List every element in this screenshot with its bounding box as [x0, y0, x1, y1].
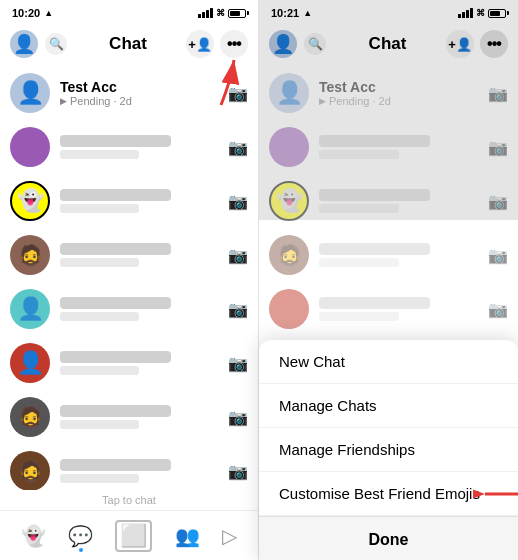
- header-actions-left: +👤 •••: [186, 30, 248, 58]
- chat-sub-blur-2: [60, 204, 139, 213]
- menu-item-manage-friendships[interactable]: Manage Friendships: [259, 428, 518, 472]
- avatar-purple: [10, 127, 50, 167]
- done-label: Done: [369, 531, 409, 549]
- more-button-left[interactable]: •••: [220, 30, 248, 58]
- avatar-darkbrown: 🧔: [10, 451, 50, 490]
- tap-to-chat-left: Tap to chat: [0, 490, 258, 510]
- avatar-dark: 🧔: [10, 397, 50, 437]
- avatar-test-acc: 👤: [10, 73, 50, 113]
- avatar-red: 👤: [10, 343, 50, 383]
- search-btn-left[interactable]: 🔍: [42, 30, 70, 58]
- status-icons-left: ⌘: [198, 8, 246, 18]
- menu-item-manage-chats[interactable]: Manage Chats: [259, 384, 518, 428]
- cam-r4: 📷: [488, 300, 508, 319]
- done-button[interactable]: Done: [259, 516, 518, 560]
- search-icon-left: 🔍: [49, 37, 64, 51]
- pending-text: Pending · 2d: [70, 95, 132, 107]
- friends-icon-left: 👥: [175, 524, 200, 548]
- left-panel: 10:20 ▲ ⌘ 👤 🔍 Chat: [0, 0, 259, 560]
- chat-info-blurred-5: [60, 351, 218, 375]
- customise-emojis-label: Customise Best Friend Emojis: [279, 485, 480, 502]
- nav-discover-left[interactable]: ▷: [214, 520, 245, 552]
- list-item: 🧔 📷: [259, 228, 518, 282]
- menu-overlay[interactable]: [259, 0, 518, 220]
- chat-info-blurred-1: [60, 135, 218, 159]
- chat-sub-blur-7: [60, 474, 139, 483]
- camera-nav-icon-left: ⬜: [115, 520, 152, 552]
- list-item[interactable]: 👤 📷: [0, 336, 258, 390]
- camera-icon-test-acc: 📷: [228, 84, 248, 103]
- chat-info-test-acc: Test Acc ▶ Pending · 2d: [60, 79, 218, 107]
- manage-chats-label: Manage Chats: [279, 397, 377, 414]
- nav-friends-left[interactable]: 👥: [167, 520, 208, 552]
- more-icon-left: •••: [227, 35, 241, 53]
- chat-info-blurred-6: [60, 405, 218, 429]
- menu-item-new-chat[interactable]: New Chat: [259, 340, 518, 384]
- camera-icon-6: 📷: [228, 408, 248, 427]
- wifi-left: ⌘: [216, 8, 225, 18]
- list-item[interactable]: 🧔 📷: [0, 228, 258, 282]
- chat-info-blurred-4: [60, 297, 218, 321]
- status-bar-left: 10:20 ▲ ⌘: [0, 0, 258, 22]
- camera-icon-3: 📷: [228, 246, 248, 265]
- chat-info-r3: [319, 243, 478, 267]
- avatar-left[interactable]: 👤: [10, 30, 38, 58]
- camera-icon-5: 📷: [228, 354, 248, 373]
- chat-item-test-acc[interactable]: 👤 Test Acc ▶ Pending · 2d 📷: [0, 66, 258, 120]
- location-icon-left: ▲: [44, 8, 53, 18]
- clock-icon: ▶: [60, 96, 67, 106]
- avatar-teal: 👤: [10, 289, 50, 329]
- menu-item-customise-emojis[interactable]: Customise Best Friend Emojis: [259, 472, 518, 516]
- list-item[interactable]: 🧔 📷: [0, 390, 258, 444]
- battery-left: [228, 9, 246, 18]
- chat-info-blurred-7: [60, 459, 218, 483]
- dropdown-menu: New Chat Manage Chats Manage Friendships…: [259, 340, 518, 560]
- camera-icon-1: 📷: [228, 138, 248, 157]
- chat-sub-blur-4: [60, 312, 139, 321]
- chat-sub-blur-1: [60, 150, 139, 159]
- chat-sub-test-acc: ▶ Pending · 2d: [60, 95, 218, 107]
- chat-name-blur-3: [60, 243, 171, 255]
- chat-info-blurred-3: [60, 243, 218, 267]
- chat-name-test-acc: Test Acc: [60, 79, 218, 95]
- signal-left: [198, 8, 213, 18]
- search-circle-left: 🔍: [45, 33, 67, 55]
- chat-info-blurred-2: [60, 189, 218, 213]
- cam-r3: 📷: [488, 246, 508, 265]
- list-item[interactable]: 🧔 📷: [0, 444, 258, 490]
- bottom-nav-left: 👻 💬 ⬜ 👥 ▷: [0, 510, 258, 560]
- avatar-r-brown: 🧔: [269, 235, 309, 275]
- list-item[interactable]: 👤 📷: [0, 282, 258, 336]
- nav-camera-left[interactable]: ⬜: [107, 516, 160, 556]
- nav-snap-left[interactable]: 👻: [13, 520, 54, 552]
- new-chat-label: New Chat: [279, 353, 345, 370]
- add-friend-icon-left: +👤: [188, 37, 212, 52]
- chat-name-blur-4: [60, 297, 171, 309]
- page-title-left: Chat: [70, 34, 186, 54]
- avatar-brown: 🧔: [10, 235, 50, 275]
- chat-sub-blur-3: [60, 258, 139, 267]
- avatar-snap: 👻: [10, 181, 50, 221]
- chat-name-blur-6: [60, 405, 171, 417]
- nav-chat-left[interactable]: 💬: [60, 520, 101, 552]
- chat-icon-left: 💬: [68, 524, 93, 548]
- chat-name-blur-5: [60, 351, 171, 363]
- discover-icon-left: ▷: [222, 524, 237, 548]
- status-time-left: 10:20 ▲: [12, 7, 53, 19]
- avatar-r-red: [269, 289, 309, 329]
- header-left: 👤 🔍 Chat +👤 •••: [0, 22, 258, 66]
- chat-name-blur-7: [60, 459, 171, 471]
- add-friend-button-left[interactable]: +👤: [186, 30, 214, 58]
- chat-sub-blur-5: [60, 366, 139, 375]
- manage-friendships-label: Manage Friendships: [279, 441, 415, 458]
- chat-info-r4: [319, 297, 478, 321]
- snap-icon-left: 👻: [21, 524, 46, 548]
- chat-name-blur-1: [60, 135, 171, 147]
- chat-list-left: 👤 Test Acc ▶ Pending · 2d 📷 📷 👻: [0, 66, 258, 490]
- camera-icon-7: 📷: [228, 462, 248, 481]
- list-item[interactable]: 👻 📷: [0, 174, 258, 228]
- chat-sub-blur-6: [60, 420, 139, 429]
- list-item[interactable]: 📷: [0, 120, 258, 174]
- camera-icon-2: 📷: [228, 192, 248, 211]
- list-item: 📷: [259, 282, 518, 336]
